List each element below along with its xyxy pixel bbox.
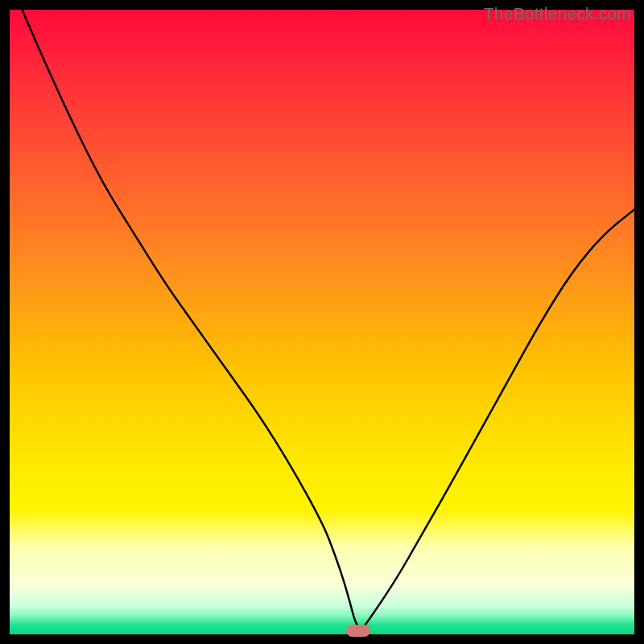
chart-frame: TheBottleneck.com: [0, 0, 644, 644]
watermark-text: TheBottleneck.com: [484, 4, 631, 23]
bottleneck-curve: [10, 10, 634, 634]
curve-path: [23, 10, 635, 628]
plot-area: TheBottleneck.com: [10, 10, 634, 634]
optimal-point-marker: [346, 625, 370, 637]
